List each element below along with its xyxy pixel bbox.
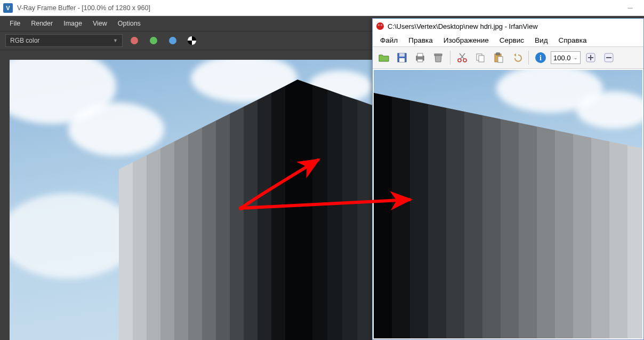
svg-marker-2: [147, 148, 160, 340]
undo-icon: [511, 52, 522, 64]
svg-marker-8: [230, 107, 244, 340]
red-dot-icon: [131, 37, 138, 44]
mono-channel-button[interactable]: [184, 33, 199, 48]
chevron-down-icon: ▼: [113, 38, 118, 43]
red-channel-button[interactable]: [127, 33, 142, 48]
svg-marker-4: [174, 135, 188, 340]
svg-marker-55: [627, 145, 642, 338]
vray-window-title: V-Ray Frame Buffer - [100.0% of 1280 x 9…: [17, 4, 619, 12]
svg-marker-51: [555, 130, 573, 338]
irfanview-window: C:\Users\Vertex\Desktop\new hdri.jpg - I…: [372, 18, 644, 340]
svg-marker-0: [119, 162, 133, 340]
svg-rect-28: [417, 59, 423, 62]
save-button[interactable]: [394, 50, 410, 66]
print-button[interactable]: [412, 50, 428, 66]
svg-marker-10: [257, 93, 271, 340]
svg-marker-5: [188, 128, 202, 340]
menu-view[interactable]: View: [87, 18, 112, 29]
save-icon: [396, 52, 408, 64]
svg-marker-46: [464, 112, 482, 338]
copy-button[interactable]: [472, 50, 488, 66]
svg-marker-16: [342, 95, 357, 340]
menu-options[interactable]: Options: [112, 18, 146, 29]
undo-button[interactable]: [509, 50, 525, 66]
svg-point-31: [463, 59, 466, 62]
svg-rect-27: [417, 53, 423, 57]
blue-channel-button[interactable]: [165, 33, 180, 48]
irfan-menu-service[interactable]: Сервис: [494, 35, 529, 45]
svg-text:i: i: [540, 54, 542, 62]
vray-titlebar[interactable]: V V-Ray Frame Buffer - [100.0% of 1280 x…: [0, 0, 644, 16]
svg-marker-13: [297, 80, 312, 340]
svg-marker-52: [573, 134, 591, 338]
svg-point-18: [376, 22, 384, 30]
svg-marker-17: [357, 100, 372, 340]
irfan-toolbar: i 100.0 ⌄: [373, 46, 643, 69]
irfan-menu-help[interactable]: Справка: [553, 35, 592, 45]
paste-button[interactable]: [490, 50, 506, 66]
menu-render[interactable]: Render: [26, 18, 58, 29]
svg-marker-45: [446, 108, 464, 338]
vray-logo-icon: V: [3, 3, 13, 13]
cut-button[interactable]: [454, 50, 470, 66]
irfan-menubar: Файл Правка Изображение Сервис Вид Справ…: [373, 34, 643, 46]
svg-marker-15: [327, 90, 342, 340]
irfan-menu-edit[interactable]: Правка: [403, 35, 438, 45]
toolbar-separator: [450, 51, 450, 65]
menu-image[interactable]: Image: [58, 18, 87, 29]
svg-marker-47: [482, 115, 501, 338]
copy-icon: [474, 52, 486, 64]
svg-point-22: [381, 25, 382, 25]
delete-icon: [432, 52, 444, 64]
svg-marker-6: [202, 121, 216, 340]
zoom-in-button[interactable]: [583, 50, 599, 66]
zoom-out-button[interactable]: [601, 50, 617, 66]
svg-marker-11: [271, 86, 285, 340]
zoom-field[interactable]: 100.0 ⌄: [551, 51, 581, 64]
svg-marker-3: [160, 141, 174, 340]
zoom-value-label: 100.0: [553, 54, 571, 62]
blue-dot-icon: [169, 37, 176, 44]
open-button[interactable]: [376, 50, 392, 66]
info-icon: i: [534, 51, 547, 64]
svg-rect-33: [479, 56, 484, 62]
irfan-menu-image[interactable]: Изображение: [438, 35, 494, 45]
svg-rect-25: [399, 58, 405, 62]
mono-dot-icon: [188, 36, 196, 45]
print-icon: [414, 52, 426, 64]
irfan-menu-view[interactable]: Вид: [529, 35, 553, 45]
green-channel-button[interactable]: [146, 33, 161, 48]
delete-button[interactable]: [430, 50, 446, 66]
svg-marker-42: [392, 97, 410, 338]
channel-selected-label: RGB color: [10, 37, 39, 44]
svg-marker-7: [216, 114, 230, 340]
zoom-in-icon: [585, 52, 596, 63]
svg-rect-35: [496, 53, 500, 55]
svg-marker-54: [609, 141, 627, 338]
svg-rect-29: [434, 54, 442, 56]
minimize-button[interactable]: ─: [624, 3, 637, 13]
channel-dropdown[interactable]: RGB color ▼: [5, 34, 123, 47]
svg-marker-1: [133, 155, 147, 340]
irfanview-logo-icon: [376, 22, 384, 30]
svg-point-21: [379, 25, 379, 25]
irfan-titlebar[interactable]: C:\Users\Vertex\Desktop\new hdri.jpg - I…: [373, 19, 643, 34]
irfan-viewport[interactable]: [374, 70, 642, 338]
chevron-down-icon: ⌄: [574, 55, 578, 60]
irfan-window-title: C:\Users\Vertex\Desktop\new hdri.jpg - I…: [388, 22, 640, 30]
svg-marker-44: [428, 104, 446, 338]
open-icon: [378, 52, 390, 64]
svg-marker-43: [410, 100, 428, 338]
menu-file[interactable]: File: [4, 18, 26, 29]
svg-rect-36: [498, 57, 503, 62]
svg-point-30: [458, 59, 461, 62]
irfan-menu-file[interactable]: Файл: [375, 35, 403, 45]
svg-marker-12: [285, 80, 297, 340]
svg-marker-49: [519, 123, 537, 338]
svg-marker-41: [374, 93, 392, 338]
svg-marker-9: [244, 100, 257, 340]
grayscale-wedge: [374, 70, 642, 338]
svg-marker-48: [501, 119, 519, 338]
cut-icon: [456, 52, 468, 64]
info-button[interactable]: i: [533, 50, 549, 66]
